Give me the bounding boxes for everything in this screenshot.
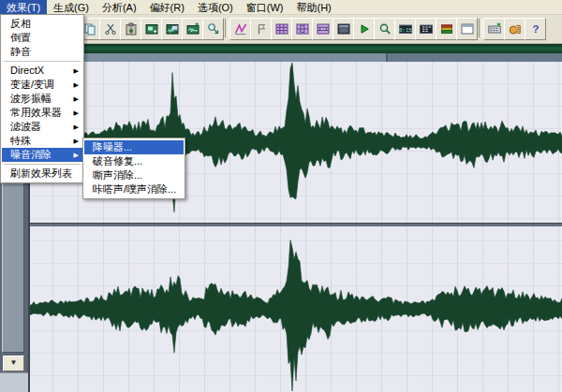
- effects-menu-item-10[interactable]: 噪音消除▶: [2, 148, 82, 162]
- toolbar-button-frames[interactable]: [415, 18, 436, 40]
- play-icon: [358, 22, 371, 36]
- stereo-waveform: [28, 62, 562, 392]
- toolbar-button-clock-015[interactable]: 0:15: [394, 18, 416, 40]
- toolbar-button-scripts[interactable]: [504, 18, 525, 40]
- menubar-item-2[interactable]: 分析(A): [96, 0, 143, 14]
- toolbar-button-paste[interactable]: [120, 18, 141, 40]
- submenu-arrow-icon: ▶: [74, 92, 79, 106]
- toolbar-button-play[interactable]: [353, 18, 375, 40]
- menubar-item-3[interactable]: 偏好(R): [143, 0, 191, 14]
- effects-menu-separator: [4, 164, 81, 165]
- svg-text:0:15: 0:15: [399, 27, 411, 33]
- wave-pink-icon: [234, 22, 247, 36]
- audio-editor-window: ▼ 0:15? 效果(T)生成(G)分析(A)偏好(R)选项(O)窗口(W)帮助…: [0, 0, 562, 392]
- submenu-arrow-icon: ▶: [74, 134, 79, 148]
- noise-submenu-item-0[interactable]: 降噪器...: [84, 140, 184, 154]
- panel-dropdown-button[interactable]: ▼: [3, 356, 24, 371]
- noise-submenu-item-3[interactable]: 咔嗒声/噗声消除...: [84, 182, 184, 196]
- toolbar-button-zoom-arrow[interactable]: [202, 18, 224, 40]
- submenu-arrow-icon: ▶: [74, 106, 79, 120]
- toolbar-button-new-window-wave[interactable]: [161, 18, 183, 40]
- zoom-arrow-icon: [207, 22, 220, 36]
- noise-submenu-item-label: 破音修复...: [93, 154, 180, 168]
- toolbar-button-grid-purple-3[interactable]: [312, 18, 333, 40]
- noise-submenu-item-2[interactable]: 嘶声消除...: [84, 168, 184, 182]
- scripts-icon: [509, 22, 522, 36]
- window-blank-icon: [461, 22, 474, 36]
- effects-menu-item-5[interactable]: 变速/变调▶: [2, 78, 82, 92]
- effects-menu-item-12[interactable]: 刷新效果列表: [2, 167, 82, 181]
- effects-menu-item-2[interactable]: 静音: [2, 45, 82, 59]
- main-toolbar: 0:15?: [0, 14, 562, 44]
- panel-bottom-corner: [0, 372, 28, 392]
- toolbar-button-window-dark[interactable]: [333, 18, 354, 40]
- menubar-item-1[interactable]: 生成(G): [47, 0, 96, 14]
- toolbar-button-grid-purple-1[interactable]: [271, 18, 292, 40]
- svg-text:?: ?: [532, 23, 539, 35]
- clock-015-icon: 0:15: [399, 22, 412, 36]
- effects-menu-item-label: 倒置: [10, 31, 79, 45]
- toolbar-button-levels[interactable]: [436, 18, 457, 40]
- noise-submenu-item-label: 嘶声消除...: [93, 168, 180, 182]
- mix-paste-icon: [145, 22, 158, 36]
- toolbar-button-mix-paste[interactable]: [140, 18, 162, 40]
- flag-icon: [255, 22, 268, 36]
- toolbar-button-keyboard[interactable]: [483, 18, 505, 40]
- menubar-item-6[interactable]: 帮助(H): [290, 0, 338, 14]
- toolbar-button-help[interactable]: ?: [525, 18, 546, 40]
- noise-reduction-submenu: 降噪器...破音修复...嘶声消除...咔嗒声/噗声消除...: [82, 138, 185, 199]
- effects-menu-item-label: 噪音消除: [10, 148, 72, 162]
- help-icon: ?: [529, 22, 542, 36]
- waveform-display[interactable]: [28, 62, 562, 392]
- effects-menu-separator: [4, 61, 81, 62]
- grid-purple-3-icon: [317, 22, 330, 36]
- levels-icon: [440, 22, 453, 36]
- effects-menu-item-7[interactable]: 常用效果器▶: [2, 106, 82, 120]
- toolbar-button-window-blank[interactable]: [456, 18, 478, 40]
- toolbar-separator: [225, 19, 229, 37]
- toolbar-button-wave-pink[interactable]: [229, 18, 251, 40]
- noise-submenu-item-label: 降噪器...: [93, 140, 180, 154]
- toolbar-button-append-wave[interactable]: [182, 18, 203, 40]
- window-dark-icon: [337, 22, 350, 36]
- toolbar-button-flag[interactable]: [250, 18, 272, 40]
- effects-menu-item-label: 反相: [10, 17, 79, 31]
- menubar-item-4[interactable]: 选项(O): [191, 0, 240, 14]
- horizontal-scrollbar[interactable]: [28, 53, 562, 62]
- effects-menu: 反相倒置静音DirectX▶变速/变调▶波形振幅▶常用效果器▶滤波器▶特殊▶噪音…: [0, 14, 84, 183]
- frames-icon: [420, 22, 433, 36]
- toolbar-button-magnifier[interactable]: [374, 18, 395, 40]
- effects-menu-item-label: DirectX: [10, 64, 72, 78]
- noise-submenu-item-label: 咔嗒声/噗声消除...: [93, 182, 180, 196]
- copy-icon: [83, 22, 96, 36]
- effects-menu-item-9[interactable]: 特殊▶: [2, 134, 82, 148]
- toolbar-button-cut[interactable]: [99, 18, 121, 40]
- submenu-arrow-icon: ▶: [74, 120, 79, 134]
- paste-icon: [125, 22, 138, 36]
- submenu-arrow-icon: ▶: [74, 78, 79, 92]
- cut-icon: [104, 22, 117, 36]
- noise-submenu-item-1[interactable]: 破音修复...: [84, 154, 184, 168]
- keyboard-icon: [488, 22, 501, 36]
- effects-menu-item-label: 变速/变调: [10, 78, 72, 92]
- menubar-item-5[interactable]: 窗口(W): [240, 0, 290, 14]
- new-window-wave-icon: [166, 22, 179, 36]
- effects-menu-item-label: 刷新效果列表: [10, 167, 79, 181]
- magnifier-icon: [378, 22, 392, 36]
- effects-menu-item-label: 常用效果器: [10, 106, 72, 120]
- effects-menu-item-4[interactable]: DirectX▶: [2, 64, 82, 78]
- effects-menu-item-8[interactable]: 滤波器▶: [2, 120, 82, 134]
- submenu-arrow-icon: ▶: [74, 64, 79, 78]
- menubar-item-0[interactable]: 效果(T): [0, 0, 47, 14]
- effects-menu-item-label: 特殊: [10, 134, 72, 148]
- grid-purple-1-icon: [275, 22, 288, 36]
- effects-menu-item-label: 波形振幅: [10, 92, 72, 106]
- menu-bar: 效果(T)生成(G)分析(A)偏好(R)选项(O)窗口(W)帮助(H): [0, 0, 562, 15]
- toolbar-button-grid-purple-2[interactable]: [291, 18, 313, 40]
- effects-menu-item-1[interactable]: 倒置: [2, 31, 82, 45]
- effects-menu-item-6[interactable]: 波形振幅▶: [2, 92, 82, 106]
- toolbar-separator: [479, 19, 482, 37]
- effects-menu-item-label: 静音: [10, 45, 79, 59]
- effects-menu-item-0[interactable]: 反相: [2, 17, 82, 31]
- append-wave-icon: [186, 22, 200, 36]
